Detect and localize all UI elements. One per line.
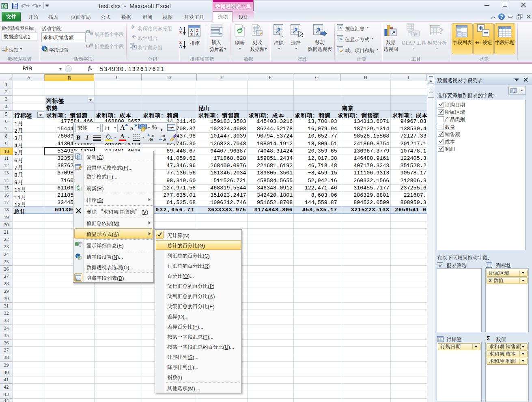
svg-text:A: A xyxy=(190,28,193,32)
svg-text:a: a xyxy=(170,126,172,129)
svg-text:Σ: Σ xyxy=(340,26,342,30)
svg-text:fx: fx xyxy=(414,32,417,36)
svg-text:A: A xyxy=(196,32,199,37)
svg-text:Z: Z xyxy=(190,32,193,37)
svg-text:7: 7 xyxy=(134,46,135,49)
svg-text:.0: .0 xyxy=(163,138,166,142)
svg-text:?: ? xyxy=(439,27,443,36)
svg-text:%: % xyxy=(339,37,342,41)
svg-text:.00: .00 xyxy=(149,138,153,142)
svg-text:Z: Z xyxy=(196,28,198,32)
